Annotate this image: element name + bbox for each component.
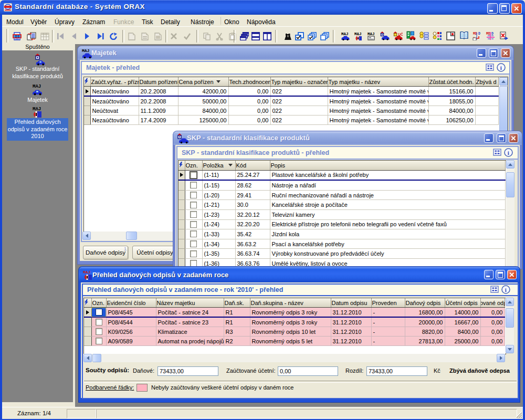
svg-text:i: i (508, 150, 509, 156)
svg-text:i: i (505, 287, 507, 293)
svg-text:MAJ: MAJ (354, 32, 362, 36)
svg-text:MAJ: MAJ (368, 32, 375, 36)
svg-text:i: i (500, 65, 502, 71)
svg-text:D: D (491, 32, 494, 36)
svg-text:MD: MD (486, 32, 490, 36)
svg-text:MAJ: MAJ (341, 32, 349, 36)
svg-text:UČ: UČ (398, 32, 403, 36)
svg-text:MAJ: MAJ (83, 270, 90, 275)
svg-text:MAJ: MAJ (82, 48, 89, 53)
svg-text:D: D (478, 32, 480, 36)
